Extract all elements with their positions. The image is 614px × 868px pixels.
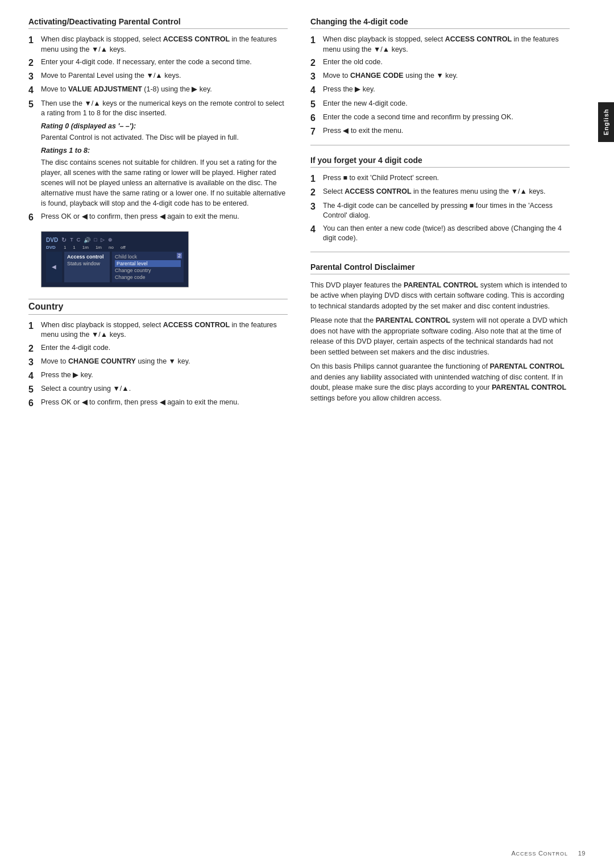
dvd-submenu-change-code: Change code	[115, 274, 181, 281]
dvd-arrow-icon: ◀	[52, 264, 56, 270]
page-number: 19	[578, 850, 586, 857]
step-text: Select a country using ▼/▲.	[41, 384, 288, 394]
step-text: Move to Parental Level using the ▼/▲ key…	[41, 71, 288, 81]
country-section: Country 1 When disc playback is stopped,…	[28, 299, 288, 409]
sub-note-body: The disc contains scenes not suitable fo…	[41, 157, 288, 209]
dvd-menu-right: Child lock Parental level Change country…	[112, 252, 184, 282]
footer-label: ACCESS CONTROL	[512, 850, 568, 857]
dvd-icon-volume: 🔊	[84, 237, 90, 243]
dvd-status-dvd: DVD	[46, 245, 56, 250]
activating-step6-list: 6 Press OK or ◀ to confirm, then press ◀…	[28, 212, 288, 223]
step-item: 1 Press ■ to exit 'Child Protect' screen…	[310, 173, 570, 184]
step-number: 5	[310, 99, 323, 110]
step-number: 2	[310, 187, 323, 198]
step-number: 3	[310, 201, 323, 212]
dvd-status-1m: 1m	[82, 245, 89, 250]
section-disclaimer-header: Parental Control Disclaimer	[310, 262, 570, 274]
step-text: When disc playback is stopped, select AC…	[41, 35, 288, 55]
step-text: When disc playback is stopped, select AC…	[323, 35, 570, 55]
step-item: 5 Enter the new 4-digit code.	[310, 99, 570, 110]
step-number: 4	[28, 85, 41, 95]
step-text: When disc playback is stopped, select AC…	[41, 320, 288, 340]
dvd-menu-access-control: Access control	[67, 253, 107, 260]
step-number: 1	[310, 173, 323, 184]
step-number: 6	[28, 212, 41, 223]
sub-note-title: Rating 0 (displayed as '– –'):	[41, 122, 288, 132]
step-text: Move to CHANGE CODE using the ▼ key.	[323, 71, 570, 81]
dvd-submenu-parental-level: Parental level	[115, 260, 181, 267]
dvd-menu-container: ◀ Access control Status window Child loc…	[46, 252, 184, 282]
step-text: Enter the new 4-digit code.	[323, 99, 570, 109]
step-text: Press the ▶ key.	[323, 85, 570, 95]
step-number: 3	[310, 71, 323, 82]
content-area: Activating/Deactivating Parental Control…	[0, 0, 598, 868]
step-item: 7 Press ◀ to exit the menu.	[310, 126, 570, 137]
dvd-icon-play: ▷	[101, 237, 105, 243]
section-forget-code-header: If you forget your 4 digit code	[310, 156, 570, 168]
step-item: 2 Enter the 4-digit code.	[28, 343, 288, 354]
step-number: 3	[28, 357, 41, 368]
step-text: Press ■ to exit 'Child Protect' screen.	[323, 173, 570, 183]
step-text: Move to CHANGE COUNTRY using the ▼ key.	[41, 357, 288, 367]
step-item: 6 Press OK or ◀ to confirm, then press ◀…	[28, 212, 288, 223]
dvd-left-icon: ◀	[46, 252, 62, 282]
step-item: 5 Then use the ▼/▲ keys or the numerical…	[28, 99, 288, 119]
step-text: Enter the old code.	[323, 57, 570, 68]
section-changing-code-header: Changing the 4-digit code	[310, 17, 570, 29]
step-number: 5	[28, 384, 41, 395]
step-text: Select ACCESS CONTROL in the features me…	[323, 187, 570, 197]
disclaimer-text: This DVD player features the PARENTAL CO…	[310, 280, 570, 404]
disclaimer-para-3: On this basis Philips cannot guarantee t…	[310, 361, 570, 404]
two-column-layout: Activating/Deactivating Parental Control…	[28, 17, 570, 411]
sub-note-body: Parental Control is not activated. The D…	[41, 132, 288, 143]
step-item: 1 When disc playback is stopped, select …	[28, 35, 288, 55]
dvd-icon-refresh: ↻	[61, 236, 67, 244]
side-tab-label: English	[603, 109, 609, 136]
dvd-screenshot: DVD ↻ T C 🔊 □ ▷ ⊕ DVD 1 1 1m 1m	[41, 231, 189, 287]
step-text: Press the ▶ key.	[41, 370, 288, 381]
step-number: 3	[28, 71, 41, 82]
step-item: 4 Move to VALUE ADJUSTMENT (1-8) using t…	[28, 85, 288, 95]
step-item: 2 Enter the old code.	[310, 57, 570, 68]
step-text: Move to VALUE ADJUSTMENT (1-8) using the…	[41, 85, 288, 95]
dvd-label-icon: DVD	[46, 237, 58, 243]
dvd-icon-box: □	[94, 237, 97, 243]
sub-note-title: Ratings 1 to 8:	[41, 146, 288, 156]
step-number: 1	[28, 320, 41, 331]
dvd-status-1b: 1	[73, 245, 75, 250]
step-item: 5 Select a country using ▼/▲.	[28, 384, 288, 395]
page-container: English Activating/Deactivating Parental…	[0, 0, 614, 868]
disclaimer-para-2: Please note that the PARENTAL CONTROL sy…	[310, 315, 570, 358]
dvd-submenu-child-lock: Child lock	[115, 253, 181, 260]
dvd-number-badge: 2	[177, 253, 182, 258]
step-number: 5	[28, 99, 41, 110]
step-number: 1	[310, 35, 323, 45]
dvd-menu-left: Access control Status window	[64, 252, 110, 282]
section-divider-2	[310, 252, 570, 252]
step-item: 2 Select ACCESS CONTROL in the features …	[310, 187, 570, 198]
step-number: 4	[28, 370, 41, 381]
step-item: 4 Press the ▶ key.	[310, 85, 570, 95]
step-text: Enter the code a second time and reconfi…	[323, 112, 570, 123]
dvd-icon-row: DVD ↻ T C 🔊 □ ▷ ⊕	[46, 235, 184, 245]
page-footer: ACCESS CONTROL 19	[512, 850, 586, 857]
dvd-status-no: no	[109, 245, 114, 250]
dvd-icon-zoom: ⊕	[108, 237, 113, 243]
step-text: You can then enter a new code (twice!) a…	[323, 224, 570, 244]
sub-note-ratings1to8: Ratings 1 to 8: The disc contains scenes…	[41, 146, 288, 208]
step-item: 3 The 4-digit code can be cancelled by p…	[310, 201, 570, 221]
step-number: 4	[310, 85, 323, 95]
disclaimer-para-1: This DVD player features the PARENTAL CO…	[310, 280, 570, 312]
step-number: 4	[310, 224, 323, 235]
step-text: Press OK or ◀ to confirm, then press ◀ a…	[41, 212, 288, 222]
dvd-submenu-change-country: Change country	[115, 267, 181, 274]
dvd-status-1: 1	[64, 245, 66, 250]
dvd-status-1m2: 1m	[96, 245, 102, 250]
dvd-status-off: off	[121, 245, 126, 250]
step-text: Enter your 4-digit code. If necessary, e…	[41, 57, 288, 68]
section-activating-header: Activating/Deactivating Parental Control	[28, 17, 288, 29]
step-text: Then use the ▼/▲ keys or the numerical k…	[41, 99, 288, 119]
step-number: 1	[28, 35, 41, 45]
country-steps-list: 1 When disc playback is stopped, select …	[28, 320, 288, 409]
step-text: The 4-digit code can be cancelled by pre…	[323, 201, 570, 221]
